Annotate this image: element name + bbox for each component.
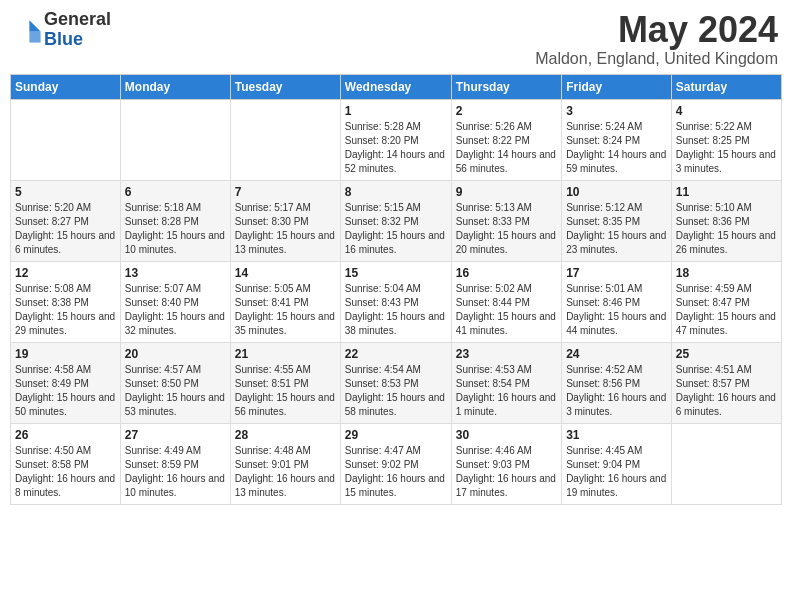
- calendar-cell: 12Sunrise: 5:08 AMSunset: 8:38 PMDayligh…: [11, 261, 121, 342]
- week-row-4: 19Sunrise: 4:58 AMSunset: 8:49 PMDayligh…: [11, 342, 782, 423]
- day-info: Sunrise: 4:57 AMSunset: 8:50 PMDaylight:…: [125, 363, 226, 419]
- day-info: Sunrise: 4:46 AMSunset: 9:03 PMDaylight:…: [456, 444, 557, 500]
- day-info: Sunrise: 4:59 AMSunset: 8:47 PMDaylight:…: [676, 282, 777, 338]
- day-number: 21: [235, 347, 336, 361]
- day-info: Sunrise: 5:22 AMSunset: 8:25 PMDaylight:…: [676, 120, 777, 176]
- svg-marker-0: [29, 20, 40, 31]
- calendar-cell: 30Sunrise: 4:46 AMSunset: 9:03 PMDayligh…: [451, 423, 561, 504]
- day-number: 17: [566, 266, 667, 280]
- day-info: Sunrise: 4:53 AMSunset: 8:54 PMDaylight:…: [456, 363, 557, 419]
- page-header: General Blue May 2024 Maldon, England, U…: [10, 10, 782, 68]
- day-info: Sunrise: 4:48 AMSunset: 9:01 PMDaylight:…: [235, 444, 336, 500]
- calendar-cell: 14Sunrise: 5:05 AMSunset: 8:41 PMDayligh…: [230, 261, 340, 342]
- calendar-cell: [230, 99, 340, 180]
- day-number: 7: [235, 185, 336, 199]
- day-info: Sunrise: 4:51 AMSunset: 8:57 PMDaylight:…: [676, 363, 777, 419]
- day-info: Sunrise: 4:58 AMSunset: 8:49 PMDaylight:…: [15, 363, 116, 419]
- week-row-1: 1Sunrise: 5:28 AMSunset: 8:20 PMDaylight…: [11, 99, 782, 180]
- calendar-cell: 24Sunrise: 4:52 AMSunset: 8:56 PMDayligh…: [562, 342, 672, 423]
- logo-text: General Blue: [44, 10, 111, 50]
- day-number: 15: [345, 266, 447, 280]
- weekday-tuesday: Tuesday: [230, 74, 340, 99]
- calendar-cell: 4Sunrise: 5:22 AMSunset: 8:25 PMDaylight…: [671, 99, 781, 180]
- day-number: 25: [676, 347, 777, 361]
- day-info: Sunrise: 4:49 AMSunset: 8:59 PMDaylight:…: [125, 444, 226, 500]
- calendar-cell: 31Sunrise: 4:45 AMSunset: 9:04 PMDayligh…: [562, 423, 672, 504]
- day-info: Sunrise: 5:02 AMSunset: 8:44 PMDaylight:…: [456, 282, 557, 338]
- day-number: 16: [456, 266, 557, 280]
- calendar-cell: 8Sunrise: 5:15 AMSunset: 8:32 PMDaylight…: [340, 180, 451, 261]
- calendar-cell: 26Sunrise: 4:50 AMSunset: 8:58 PMDayligh…: [11, 423, 121, 504]
- day-number: 22: [345, 347, 447, 361]
- calendar-cell: 29Sunrise: 4:47 AMSunset: 9:02 PMDayligh…: [340, 423, 451, 504]
- day-info: Sunrise: 5:20 AMSunset: 8:27 PMDaylight:…: [15, 201, 116, 257]
- calendar-cell: 21Sunrise: 4:55 AMSunset: 8:51 PMDayligh…: [230, 342, 340, 423]
- weekday-monday: Monday: [120, 74, 230, 99]
- logo: General Blue: [14, 10, 111, 50]
- calendar-cell: 27Sunrise: 4:49 AMSunset: 8:59 PMDayligh…: [120, 423, 230, 504]
- day-info: Sunrise: 5:26 AMSunset: 8:22 PMDaylight:…: [456, 120, 557, 176]
- month-title: May 2024: [535, 10, 778, 50]
- day-number: 13: [125, 266, 226, 280]
- day-info: Sunrise: 5:15 AMSunset: 8:32 PMDaylight:…: [345, 201, 447, 257]
- calendar-cell: [671, 423, 781, 504]
- day-number: 28: [235, 428, 336, 442]
- calendar-cell: 7Sunrise: 5:17 AMSunset: 8:30 PMDaylight…: [230, 180, 340, 261]
- day-info: Sunrise: 5:08 AMSunset: 8:38 PMDaylight:…: [15, 282, 116, 338]
- calendar-cell: 28Sunrise: 4:48 AMSunset: 9:01 PMDayligh…: [230, 423, 340, 504]
- day-number: 23: [456, 347, 557, 361]
- calendar-cell: 23Sunrise: 4:53 AMSunset: 8:54 PMDayligh…: [451, 342, 561, 423]
- weekday-row: SundayMondayTuesdayWednesdayThursdayFrid…: [11, 74, 782, 99]
- calendar-cell: 17Sunrise: 5:01 AMSunset: 8:46 PMDayligh…: [562, 261, 672, 342]
- day-info: Sunrise: 4:45 AMSunset: 9:04 PMDaylight:…: [566, 444, 667, 500]
- logo-general-text: General: [44, 10, 111, 30]
- calendar-body: 1Sunrise: 5:28 AMSunset: 8:20 PMDaylight…: [11, 99, 782, 504]
- weekday-sunday: Sunday: [11, 74, 121, 99]
- calendar-cell: 3Sunrise: 5:24 AMSunset: 8:24 PMDaylight…: [562, 99, 672, 180]
- weekday-wednesday: Wednesday: [340, 74, 451, 99]
- day-info: Sunrise: 5:01 AMSunset: 8:46 PMDaylight:…: [566, 282, 667, 338]
- day-number: 29: [345, 428, 447, 442]
- calendar-cell: [11, 99, 121, 180]
- calendar-cell: 25Sunrise: 4:51 AMSunset: 8:57 PMDayligh…: [671, 342, 781, 423]
- day-info: Sunrise: 5:28 AMSunset: 8:20 PMDaylight:…: [345, 120, 447, 176]
- calendar-cell: 18Sunrise: 4:59 AMSunset: 8:47 PMDayligh…: [671, 261, 781, 342]
- weekday-thursday: Thursday: [451, 74, 561, 99]
- day-info: Sunrise: 4:52 AMSunset: 8:56 PMDaylight:…: [566, 363, 667, 419]
- calendar-cell: 15Sunrise: 5:04 AMSunset: 8:43 PMDayligh…: [340, 261, 451, 342]
- day-number: 1: [345, 104, 447, 118]
- calendar-table: SundayMondayTuesdayWednesdayThursdayFrid…: [10, 74, 782, 505]
- calendar-cell: 1Sunrise: 5:28 AMSunset: 8:20 PMDaylight…: [340, 99, 451, 180]
- day-number: 20: [125, 347, 226, 361]
- svg-marker-1: [29, 31, 40, 42]
- day-number: 6: [125, 185, 226, 199]
- week-row-5: 26Sunrise: 4:50 AMSunset: 8:58 PMDayligh…: [11, 423, 782, 504]
- day-number: 12: [15, 266, 116, 280]
- day-info: Sunrise: 5:04 AMSunset: 8:43 PMDaylight:…: [345, 282, 447, 338]
- location: Maldon, England, United Kingdom: [535, 50, 778, 68]
- day-number: 4: [676, 104, 777, 118]
- calendar-cell: 20Sunrise: 4:57 AMSunset: 8:50 PMDayligh…: [120, 342, 230, 423]
- day-number: 3: [566, 104, 667, 118]
- logo-icon: [14, 16, 42, 44]
- day-info: Sunrise: 4:47 AMSunset: 9:02 PMDaylight:…: [345, 444, 447, 500]
- calendar-cell: [120, 99, 230, 180]
- day-info: Sunrise: 5:07 AMSunset: 8:40 PMDaylight:…: [125, 282, 226, 338]
- day-info: Sunrise: 5:12 AMSunset: 8:35 PMDaylight:…: [566, 201, 667, 257]
- calendar-cell: 10Sunrise: 5:12 AMSunset: 8:35 PMDayligh…: [562, 180, 672, 261]
- day-number: 11: [676, 185, 777, 199]
- day-info: Sunrise: 5:17 AMSunset: 8:30 PMDaylight:…: [235, 201, 336, 257]
- weekday-saturday: Saturday: [671, 74, 781, 99]
- day-number: 30: [456, 428, 557, 442]
- calendar-cell: 13Sunrise: 5:07 AMSunset: 8:40 PMDayligh…: [120, 261, 230, 342]
- day-number: 8: [345, 185, 447, 199]
- day-number: 24: [566, 347, 667, 361]
- title-block: May 2024 Maldon, England, United Kingdom: [535, 10, 778, 68]
- week-row-3: 12Sunrise: 5:08 AMSunset: 8:38 PMDayligh…: [11, 261, 782, 342]
- calendar-cell: 6Sunrise: 5:18 AMSunset: 8:28 PMDaylight…: [120, 180, 230, 261]
- day-number: 19: [15, 347, 116, 361]
- day-info: Sunrise: 4:55 AMSunset: 8:51 PMDaylight:…: [235, 363, 336, 419]
- day-number: 2: [456, 104, 557, 118]
- day-info: Sunrise: 5:18 AMSunset: 8:28 PMDaylight:…: [125, 201, 226, 257]
- calendar-cell: 9Sunrise: 5:13 AMSunset: 8:33 PMDaylight…: [451, 180, 561, 261]
